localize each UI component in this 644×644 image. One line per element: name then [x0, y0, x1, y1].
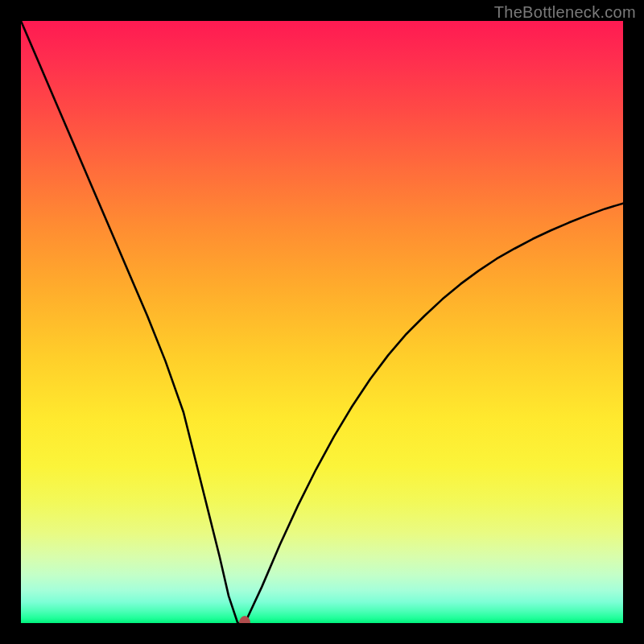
bottleneck-curve-line — [21, 21, 623, 623]
watermark-text: TheBottleneck.com — [494, 3, 636, 22]
bottleneck-chart: TheBottleneck.com — [0, 0, 644, 644]
curve-svg — [21, 21, 623, 623]
plot-area — [21, 21, 623, 623]
